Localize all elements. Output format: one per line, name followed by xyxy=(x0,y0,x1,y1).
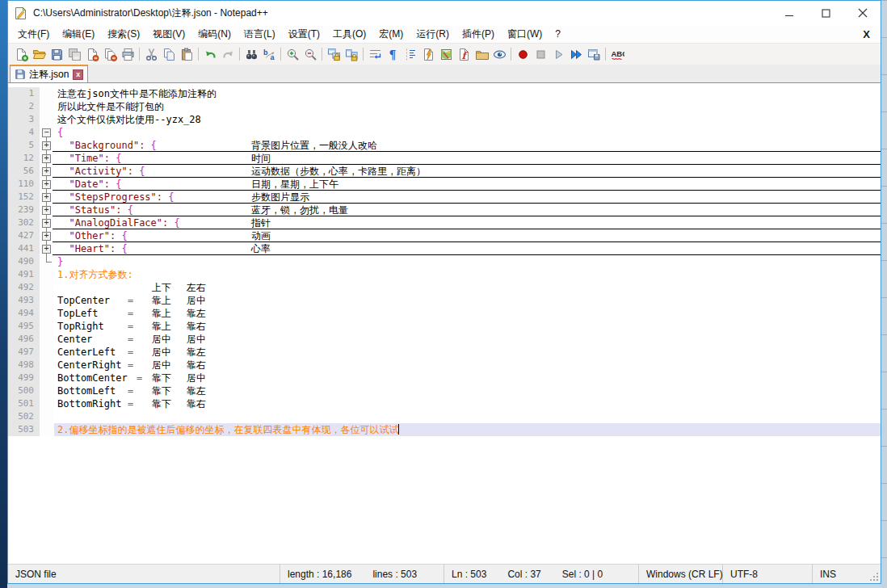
menu-item-view[interactable]: 视图(V) xyxy=(146,27,191,41)
menu-item-run[interactable]: 运行(R) xyxy=(410,27,456,41)
fold-toggle[interactable]: + xyxy=(42,180,51,189)
print-button[interactable] xyxy=(119,46,137,63)
zoom-out-button[interactable] xyxy=(301,46,319,63)
code-text[interactable]: "Date": {日期，星期，上下午 xyxy=(54,178,881,191)
menu-item-search[interactable]: 搜索(S) xyxy=(101,27,146,41)
code-text[interactable]: 所以此文件是不能打包的 xyxy=(54,100,881,113)
macro-run-multiple-button[interactable] xyxy=(567,46,585,63)
menu-item-settings[interactable]: 设置(T) xyxy=(282,27,326,41)
macro-play-button[interactable] xyxy=(549,46,567,63)
macro-save-button[interactable] xyxy=(585,46,603,63)
code-text[interactable]: CenterLeft=居中靠左 xyxy=(54,346,881,359)
code-text[interactable]: BottomCenter=靠下居中 xyxy=(54,372,881,384)
replace-button[interactable]: ba xyxy=(260,46,278,63)
save-all-button[interactable] xyxy=(65,46,83,63)
menu-item-language[interactable]: 语言(L) xyxy=(238,27,282,41)
macro-record-button[interactable] xyxy=(514,46,532,63)
close-document-button[interactable]: X xyxy=(863,25,870,43)
folder-workspace-button[interactable] xyxy=(473,46,490,63)
menu-item-window[interactable]: 窗口(W) xyxy=(501,27,549,41)
undo-button[interactable] xyxy=(201,46,219,63)
menu-item-help[interactable]: ? xyxy=(549,28,567,40)
menu-item-encoding[interactable]: 编码(N) xyxy=(191,27,238,41)
menu-item-edit[interactable]: 编辑(E) xyxy=(56,27,101,41)
cut-button[interactable] xyxy=(142,46,160,63)
code-text[interactable]: 上下左右 xyxy=(54,281,881,294)
editor-area[interactable]: 1注意在json文件中是不能添加注释的2所以此文件是不能打包的3这个文件仅供对比… xyxy=(8,83,881,564)
tab-close-button[interactable]: x xyxy=(73,69,83,80)
code-text[interactable]: 注意在json文件中是不能添加注释的 xyxy=(54,87,881,100)
folder-workspace-icon xyxy=(475,48,489,61)
document-map-button[interactable] xyxy=(437,46,455,63)
minimize-button[interactable] xyxy=(771,1,808,25)
word-wrap-button[interactable] xyxy=(366,46,384,63)
code-text[interactable]: { xyxy=(54,126,881,139)
code-text[interactable]: "Time": {时间 xyxy=(54,152,881,165)
code-text[interactable]: } xyxy=(54,255,881,268)
indent-guide-button[interactable] xyxy=(401,46,419,63)
code-segment: Center xyxy=(57,334,92,345)
zoom-in-button[interactable] xyxy=(284,46,301,63)
code-text[interactable]: 1.对齐方式参数: xyxy=(54,268,881,281)
code-text[interactable]: CenterRight=居中靠右 xyxy=(54,359,881,372)
paste-button[interactable] xyxy=(178,46,195,63)
code-text[interactable]: 2.偏移坐标指的是被遮住后偏移的坐标，在复联四表盘中有体现，各位可以试试 xyxy=(54,423,881,436)
spell-check-icon: ABC xyxy=(611,48,624,61)
menu-item-macro[interactable]: 宏(M) xyxy=(372,27,410,41)
fold-toggle[interactable]: + xyxy=(42,141,51,150)
fold-toggle[interactable]: + xyxy=(42,245,51,254)
code-text[interactable]: BottomLeft=靠下靠左 xyxy=(54,384,881,397)
fold-toggle[interactable]: + xyxy=(42,219,51,228)
code-text[interactable]: 这个文件仅供对比使用--yzx_28 xyxy=(54,113,881,126)
close-button[interactable] xyxy=(83,46,101,63)
fold-toggle[interactable]: + xyxy=(42,154,51,163)
code-text[interactable]: "AnalogDialFace": {指针 xyxy=(54,216,881,229)
code-text[interactable]: "StepsProgress": {步数图片显示 xyxy=(54,191,881,204)
fold-toggle[interactable]: − xyxy=(42,128,51,137)
fold-toggle[interactable]: + xyxy=(42,167,51,176)
spell-check-button[interactable]: ABC xyxy=(608,46,626,63)
close-button[interactable] xyxy=(844,1,881,25)
code-text[interactable]: "Heart": {心率 xyxy=(54,242,881,255)
line-number: 493 xyxy=(8,294,40,307)
code-text[interactable]: "Background": {背景图片位置，一般没人改哈 xyxy=(54,139,881,152)
maximize-button[interactable] xyxy=(808,1,844,25)
code-segment: = xyxy=(128,320,133,333)
code-text[interactable]: TopCenter=靠上居中 xyxy=(54,294,881,307)
menu-item-file[interactable]: 文件(F) xyxy=(11,27,56,41)
code-text[interactable]: "Status": {蓝牙，锁，勿扰，电量 xyxy=(54,204,881,216)
fold-margin xyxy=(40,281,54,294)
copy-button[interactable] xyxy=(160,46,178,63)
code-segment: 动画 xyxy=(251,229,271,242)
find-button[interactable] xyxy=(242,46,260,63)
fold-margin xyxy=(40,346,54,359)
document-monitor-button[interactable] xyxy=(490,46,508,63)
code-text[interactable]: TopLeft=靠上靠左 xyxy=(54,307,881,320)
line-number: 427 xyxy=(8,229,40,242)
tab-zhushi-json[interactable]: 注释.json x xyxy=(10,65,88,82)
code-text[interactable]: Center=居中居中 xyxy=(54,333,881,346)
code-text[interactable]: TopRight=靠上靠右 xyxy=(54,320,881,333)
menu-item-plugins[interactable]: 插件(P) xyxy=(456,27,501,41)
fold-toggle[interactable]: + xyxy=(42,193,51,202)
code-text[interactable]: BottomRight=靠下靠右 xyxy=(54,397,881,410)
show-all-chars-button[interactable]: ¶ xyxy=(384,46,401,63)
sync-vertical-button[interactable] xyxy=(325,46,343,63)
define-language-button[interactable] xyxy=(419,46,437,63)
menu-item-tools[interactable]: 工具(O) xyxy=(326,27,372,41)
fold-toggle[interactable]: + xyxy=(42,206,51,215)
save-button[interactable] xyxy=(48,46,65,63)
code-segment: { xyxy=(116,153,121,164)
code-text[interactable]: "Activity": {运动数据（步数，心率，卡路里，距离） xyxy=(54,165,881,178)
redo-button[interactable] xyxy=(219,46,237,63)
fold-toggle[interactable]: + xyxy=(42,232,51,241)
close-all-button[interactable] xyxy=(101,46,119,63)
code-text[interactable]: "Other": {动画 xyxy=(54,229,881,242)
sync-horizontal-button[interactable] xyxy=(343,46,360,63)
code-segment: { xyxy=(121,243,127,254)
macro-stop-button[interactable] xyxy=(532,46,549,63)
open-button[interactable] xyxy=(30,46,48,63)
function-list-button[interactable]: f xyxy=(455,46,473,63)
new-file-button[interactable] xyxy=(12,46,30,63)
code-text[interactable] xyxy=(54,410,881,423)
